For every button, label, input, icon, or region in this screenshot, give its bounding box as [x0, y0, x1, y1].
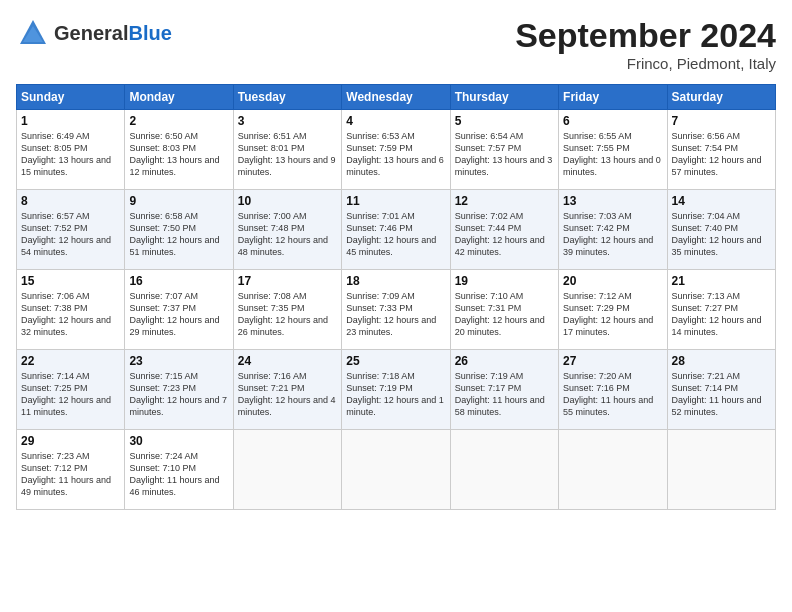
day-number: 7 [672, 114, 771, 128]
table-row: 19 Sunrise: 7:10 AM Sunset: 7:31 PM Dayl… [450, 270, 558, 350]
cell-info: Sunrise: 6:57 AM Sunset: 7:52 PM Dayligh… [21, 210, 120, 259]
day-number: 2 [129, 114, 228, 128]
day-number: 17 [238, 274, 337, 288]
cell-info: Sunrise: 7:24 AM Sunset: 7:10 PM Dayligh… [129, 450, 228, 499]
table-row: 14 Sunrise: 7:04 AM Sunset: 7:40 PM Dayl… [667, 190, 775, 270]
logo-general-text: General [54, 22, 128, 44]
cell-info: Sunrise: 7:19 AM Sunset: 7:17 PM Dayligh… [455, 370, 554, 419]
cell-info: Sunrise: 7:08 AM Sunset: 7:35 PM Dayligh… [238, 290, 337, 339]
cell-info: Sunrise: 7:16 AM Sunset: 7:21 PM Dayligh… [238, 370, 337, 419]
day-number: 4 [346, 114, 445, 128]
cell-info: Sunrise: 7:09 AM Sunset: 7:33 PM Dayligh… [346, 290, 445, 339]
table-row: 17 Sunrise: 7:08 AM Sunset: 7:35 PM Dayl… [233, 270, 341, 350]
table-row [667, 430, 775, 510]
cell-info: Sunrise: 7:10 AM Sunset: 7:31 PM Dayligh… [455, 290, 554, 339]
table-row: 9 Sunrise: 6:58 AM Sunset: 7:50 PM Dayli… [125, 190, 233, 270]
table-row: 12 Sunrise: 7:02 AM Sunset: 7:44 PM Dayl… [450, 190, 558, 270]
day-number: 10 [238, 194, 337, 208]
logo-icon [16, 16, 50, 50]
cell-info: Sunrise: 7:13 AM Sunset: 7:27 PM Dayligh… [672, 290, 771, 339]
cell-info: Sunrise: 7:03 AM Sunset: 7:42 PM Dayligh… [563, 210, 662, 259]
table-row: 21 Sunrise: 7:13 AM Sunset: 7:27 PM Dayl… [667, 270, 775, 350]
day-number: 15 [21, 274, 120, 288]
day-number: 25 [346, 354, 445, 368]
table-row: 15 Sunrise: 7:06 AM Sunset: 7:38 PM Dayl… [17, 270, 125, 350]
logo: GeneralBlue [16, 16, 172, 50]
title-block: September 2024 Frinco, Piedmont, Italy [515, 16, 776, 72]
day-number: 6 [563, 114, 662, 128]
day-number: 12 [455, 194, 554, 208]
table-row: 27 Sunrise: 7:20 AM Sunset: 7:16 PM Dayl… [559, 350, 667, 430]
table-row [342, 430, 450, 510]
table-row: 7 Sunrise: 6:56 AM Sunset: 7:54 PM Dayli… [667, 110, 775, 190]
cell-info: Sunrise: 6:55 AM Sunset: 7:55 PM Dayligh… [563, 130, 662, 179]
calendar-week-row: 15 Sunrise: 7:06 AM Sunset: 7:38 PM Dayl… [17, 270, 776, 350]
calendar-week-row: 1 Sunrise: 6:49 AM Sunset: 8:05 PM Dayli… [17, 110, 776, 190]
location-title: Frinco, Piedmont, Italy [515, 55, 776, 72]
cell-info: Sunrise: 6:56 AM Sunset: 7:54 PM Dayligh… [672, 130, 771, 179]
cell-info: Sunrise: 6:51 AM Sunset: 8:01 PM Dayligh… [238, 130, 337, 179]
day-number: 30 [129, 434, 228, 448]
cell-info: Sunrise: 7:12 AM Sunset: 7:29 PM Dayligh… [563, 290, 662, 339]
cell-info: Sunrise: 7:04 AM Sunset: 7:40 PM Dayligh… [672, 210, 771, 259]
day-number: 1 [21, 114, 120, 128]
cell-info: Sunrise: 6:50 AM Sunset: 8:03 PM Dayligh… [129, 130, 228, 179]
weekday-sunday: Sunday [17, 85, 125, 110]
day-number: 9 [129, 194, 228, 208]
cell-info: Sunrise: 7:00 AM Sunset: 7:48 PM Dayligh… [238, 210, 337, 259]
day-number: 19 [455, 274, 554, 288]
day-number: 14 [672, 194, 771, 208]
table-row [559, 430, 667, 510]
table-row: 2 Sunrise: 6:50 AM Sunset: 8:03 PM Dayli… [125, 110, 233, 190]
calendar-week-row: 8 Sunrise: 6:57 AM Sunset: 7:52 PM Dayli… [17, 190, 776, 270]
page-header: GeneralBlue September 2024 Frinco, Piedm… [16, 16, 776, 72]
table-row: 5 Sunrise: 6:54 AM Sunset: 7:57 PM Dayli… [450, 110, 558, 190]
table-row: 18 Sunrise: 7:09 AM Sunset: 7:33 PM Dayl… [342, 270, 450, 350]
cell-info: Sunrise: 6:58 AM Sunset: 7:50 PM Dayligh… [129, 210, 228, 259]
calendar-week-row: 22 Sunrise: 7:14 AM Sunset: 7:25 PM Dayl… [17, 350, 776, 430]
calendar-week-row: 29 Sunrise: 7:23 AM Sunset: 7:12 PM Dayl… [17, 430, 776, 510]
table-row: 20 Sunrise: 7:12 AM Sunset: 7:29 PM Dayl… [559, 270, 667, 350]
table-row: 28 Sunrise: 7:21 AM Sunset: 7:14 PM Dayl… [667, 350, 775, 430]
table-row: 11 Sunrise: 7:01 AM Sunset: 7:46 PM Dayl… [342, 190, 450, 270]
cell-info: Sunrise: 7:21 AM Sunset: 7:14 PM Dayligh… [672, 370, 771, 419]
cell-info: Sunrise: 7:20 AM Sunset: 7:16 PM Dayligh… [563, 370, 662, 419]
cell-info: Sunrise: 7:18 AM Sunset: 7:19 PM Dayligh… [346, 370, 445, 419]
day-number: 11 [346, 194, 445, 208]
day-number: 5 [455, 114, 554, 128]
table-row: 24 Sunrise: 7:16 AM Sunset: 7:21 PM Dayl… [233, 350, 341, 430]
month-title: September 2024 [515, 16, 776, 55]
day-number: 13 [563, 194, 662, 208]
cell-info: Sunrise: 6:49 AM Sunset: 8:05 PM Dayligh… [21, 130, 120, 179]
table-row: 6 Sunrise: 6:55 AM Sunset: 7:55 PM Dayli… [559, 110, 667, 190]
day-number: 8 [21, 194, 120, 208]
cell-info: Sunrise: 7:06 AM Sunset: 7:38 PM Dayligh… [21, 290, 120, 339]
day-number: 3 [238, 114, 337, 128]
table-row: 26 Sunrise: 7:19 AM Sunset: 7:17 PM Dayl… [450, 350, 558, 430]
weekday-thursday: Thursday [450, 85, 558, 110]
day-number: 16 [129, 274, 228, 288]
day-number: 28 [672, 354, 771, 368]
cell-info: Sunrise: 7:14 AM Sunset: 7:25 PM Dayligh… [21, 370, 120, 419]
day-number: 24 [238, 354, 337, 368]
table-row: 30 Sunrise: 7:24 AM Sunset: 7:10 PM Dayl… [125, 430, 233, 510]
table-row: 29 Sunrise: 7:23 AM Sunset: 7:12 PM Dayl… [17, 430, 125, 510]
table-row [450, 430, 558, 510]
table-row: 1 Sunrise: 6:49 AM Sunset: 8:05 PM Dayli… [17, 110, 125, 190]
day-number: 29 [21, 434, 120, 448]
table-row: 4 Sunrise: 6:53 AM Sunset: 7:59 PM Dayli… [342, 110, 450, 190]
logo-blue-text: Blue [128, 22, 171, 44]
table-row: 25 Sunrise: 7:18 AM Sunset: 7:19 PM Dayl… [342, 350, 450, 430]
table-row: 3 Sunrise: 6:51 AM Sunset: 8:01 PM Dayli… [233, 110, 341, 190]
day-number: 27 [563, 354, 662, 368]
table-row [233, 430, 341, 510]
cell-info: Sunrise: 6:54 AM Sunset: 7:57 PM Dayligh… [455, 130, 554, 179]
weekday-saturday: Saturday [667, 85, 775, 110]
day-number: 23 [129, 354, 228, 368]
cell-info: Sunrise: 7:23 AM Sunset: 7:12 PM Dayligh… [21, 450, 120, 499]
cell-info: Sunrise: 7:15 AM Sunset: 7:23 PM Dayligh… [129, 370, 228, 419]
day-number: 26 [455, 354, 554, 368]
day-number: 22 [21, 354, 120, 368]
table-row: 16 Sunrise: 7:07 AM Sunset: 7:37 PM Dayl… [125, 270, 233, 350]
weekday-tuesday: Tuesday [233, 85, 341, 110]
